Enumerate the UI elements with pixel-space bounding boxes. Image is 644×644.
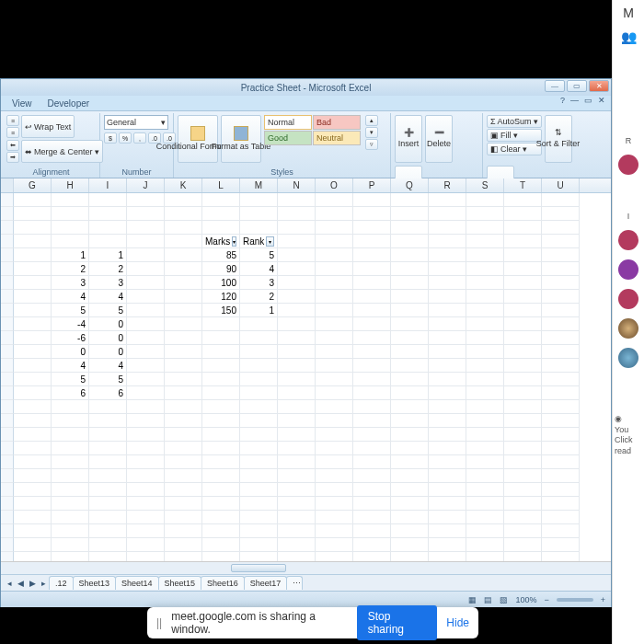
cell-I[interactable]: 4 (89, 290, 127, 304)
cell-H[interactable]: 5 (52, 304, 89, 317)
fill-button[interactable]: ▣Fill ▾ (487, 129, 542, 142)
indent-dec-icon[interactable]: ⬅ (6, 140, 19, 151)
cell-I[interactable]: 2 (89, 262, 127, 276)
styles-up-icon[interactable]: ▴ (365, 115, 378, 126)
style-normal[interactable]: Normal (264, 115, 312, 130)
zoom-slider[interactable] (557, 598, 593, 602)
cell-I[interactable]: 0 (89, 317, 127, 331)
column-header-K[interactable]: K (165, 178, 202, 192)
align-top-icon[interactable]: ≡ (6, 115, 19, 126)
avatar[interactable] (618, 289, 638, 309)
doc-close-icon[interactable]: ✕ (598, 96, 605, 105)
sheet-tab[interactable]: Sheet16 (201, 576, 245, 590)
cell-M[interactable]: 4 (240, 262, 278, 276)
sheet-nav-icon[interactable]: ▶ (27, 579, 39, 588)
column-header-R[interactable]: R (429, 178, 466, 192)
cell-M[interactable]: 5 (240, 248, 278, 262)
cell-H[interactable]: 0 (52, 345, 89, 359)
column-header-H[interactable]: H (52, 178, 89, 192)
clear-button[interactable]: ◧Clear ▾ (487, 143, 542, 155)
column-header-T[interactable]: T (504, 178, 542, 192)
cell-M[interactable]: 2 (240, 290, 278, 304)
cell-H[interactable]: 6 (52, 386, 89, 400)
style-good[interactable]: Good (264, 131, 312, 145)
horizontal-scrollbar[interactable] (1, 561, 611, 574)
comma-icon[interactable]: , (133, 132, 146, 144)
style-bad[interactable]: Bad (313, 115, 361, 130)
minimize-button[interactable]: — (545, 80, 565, 92)
cell-H[interactable]: 3 (52, 276, 89, 290)
cell-L[interactable]: 85 (202, 248, 240, 262)
sort-filter-button[interactable]: ⇅ Sort & Filter (545, 115, 572, 163)
column-header-I[interactable]: I (89, 178, 127, 192)
avatar[interactable] (618, 230, 638, 250)
cell-H[interactable]: 4 (52, 359, 89, 373)
percent-icon[interactable]: % (119, 132, 132, 144)
column-header-P[interactable]: P (353, 178, 391, 192)
help-icon[interactable]: ? (560, 96, 565, 105)
hide-banner-button[interactable]: Hide (446, 616, 469, 629)
sheet-tab[interactable]: Sheet17 (244, 576, 288, 590)
doc-minimize-icon[interactable]: — (570, 96, 579, 105)
cell-M[interactable]: 1 (240, 304, 278, 317)
column-header-O[interactable]: O (316, 178, 353, 192)
cell-L[interactable]: 90 (202, 262, 240, 276)
close-button[interactable]: ✕ (589, 80, 609, 92)
column-header-J[interactable]: J (127, 178, 165, 192)
view-layout-icon[interactable]: ▤ (484, 595, 492, 604)
doc-restore-icon[interactable]: ▭ (584, 96, 592, 105)
view-break-icon[interactable]: ▧ (500, 595, 508, 604)
cell-I[interactable]: 0 (89, 345, 127, 359)
cell-I[interactable]: 4 (89, 359, 127, 373)
cell-L[interactable]: 100 (202, 276, 240, 290)
spreadsheet-grid[interactable]: GHIJKLMNOPQRSTU Marks▾Rank▾1185522904331… (1, 178, 611, 574)
cell-H[interactable]: 5 (52, 373, 89, 386)
column-header-L[interactable]: L (202, 178, 240, 192)
people-icon[interactable]: 👥 (621, 29, 637, 44)
cell-L[interactable]: 120 (202, 290, 240, 304)
tab-view[interactable]: View (5, 97, 40, 110)
cell-H[interactable]: -6 (52, 331, 89, 345)
sheet-nav-icon[interactable]: ◀ (15, 579, 27, 588)
styles-more-icon[interactable]: ▿ (365, 139, 378, 150)
avatar[interactable] (618, 155, 638, 175)
cell-I[interactable]: 1 (89, 248, 127, 262)
cell-I[interactable]: 0 (89, 331, 127, 345)
cell-M[interactable]: 3 (240, 276, 278, 290)
cell-H[interactable]: 4 (52, 290, 89, 304)
column-header-G[interactable]: G (14, 178, 52, 192)
style-neutral[interactable]: Neutral (313, 131, 361, 145)
avatar[interactable] (618, 318, 638, 339)
number-format-select[interactable]: General▾ (104, 115, 168, 130)
cell-I[interactable]: 3 (89, 276, 127, 290)
drag-handle-icon[interactable]: || (156, 616, 162, 629)
tab-developer[interactable]: Developer (40, 97, 98, 110)
zoom-out-icon[interactable]: − (544, 595, 548, 604)
column-header-M[interactable]: M (240, 178, 278, 192)
sheet-tab[interactable]: Sheet15 (158, 576, 202, 590)
currency-icon[interactable]: $ (104, 132, 117, 144)
cell-I[interactable]: 6 (89, 386, 127, 400)
column-header-Q[interactable]: Q (391, 178, 429, 192)
cell-H[interactable]: -4 (52, 317, 89, 331)
align-mid-icon[interactable]: ≡ (6, 127, 19, 138)
column-header-S[interactable]: S (466, 178, 504, 192)
zoom-in-icon[interactable]: + (601, 595, 605, 604)
delete-button[interactable]: ➖ Delete (425, 115, 453, 163)
conditional-formatting-button[interactable]: Conditional Formatting (178, 115, 218, 163)
avatar[interactable] (618, 348, 638, 368)
wrap-text-button[interactable]: ↩ Wrap Text (21, 115, 75, 138)
filter-marks-icon[interactable]: ▾ (232, 236, 236, 247)
avatar[interactable] (618, 259, 638, 280)
sheet-nav-icon[interactable]: ▸ (39, 579, 49, 588)
cell-H[interactable]: 1 (52, 248, 89, 262)
styles-down-icon[interactable]: ▾ (365, 127, 378, 138)
merge-center-button[interactable]: ⬌ Merge & Center ▾ (21, 140, 103, 163)
new-sheet-button[interactable]: ⋯ (286, 576, 303, 590)
sheet-tab[interactable]: Sheet14 (115, 576, 159, 590)
cell-I[interactable]: 5 (89, 304, 127, 317)
stop-sharing-button[interactable]: Stop sharing (357, 605, 438, 640)
autosum-button[interactable]: ΣAutoSum ▾ (487, 115, 542, 128)
cell-I[interactable]: 5 (89, 373, 127, 386)
column-header-N[interactable]: N (278, 178, 316, 192)
